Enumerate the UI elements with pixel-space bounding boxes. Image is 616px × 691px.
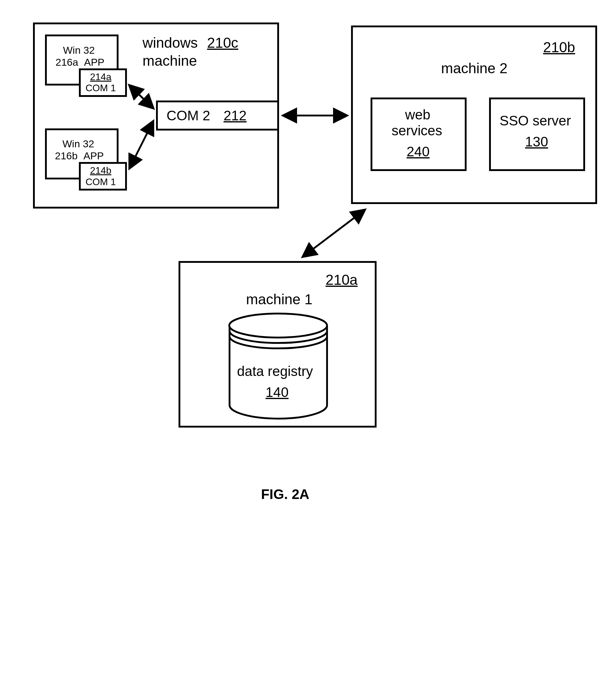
web-services-ref: 240 bbox=[406, 143, 430, 160]
com1-a-ref: 214a bbox=[90, 71, 111, 83]
com2-ref: 212 bbox=[223, 107, 247, 124]
com1-b-label: COM 1 bbox=[86, 176, 116, 187]
data-registry-label: data registry bbox=[237, 363, 313, 379]
com1-a-label: COM 1 bbox=[86, 83, 116, 94]
sso-server-label: SSO server bbox=[500, 113, 571, 129]
windows-machine-title-2: machine bbox=[142, 52, 197, 69]
machine2-ref: 210b bbox=[543, 39, 575, 55]
win32-app-b-line1: Win 32 bbox=[62, 138, 94, 150]
windows-machine-title-1: windows bbox=[142, 35, 198, 51]
com2-label: COM 2 bbox=[167, 107, 210, 124]
win32-app-a-line1: Win 32 bbox=[63, 44, 95, 56]
figure-caption: FIG. 2A bbox=[261, 486, 309, 502]
machine1-title: machine 1 bbox=[246, 291, 312, 308]
web-services-label1: web bbox=[405, 107, 430, 123]
win32-app-a-ref: 216a bbox=[56, 57, 78, 68]
sso-server-ref: 130 bbox=[525, 134, 548, 150]
win32-app-b-app: APP bbox=[83, 150, 104, 162]
data-registry-ref: 140 bbox=[266, 384, 289, 400]
arrow-machine2-machine1 bbox=[303, 210, 365, 257]
com1-b-ref: 214b bbox=[90, 165, 111, 176]
win32-app-b-ref: 216b bbox=[55, 150, 78, 162]
machine1-ref: 210a bbox=[326, 271, 358, 288]
win32-app-a-app: APP bbox=[84, 57, 105, 68]
web-services-label2: services bbox=[392, 122, 442, 139]
windows-machine-ref: 210c bbox=[207, 35, 238, 51]
diagram-canvas: windows machine 210c Win 32 216a APP 214… bbox=[0, 0, 616, 691]
machine2-title: machine 2 bbox=[441, 60, 507, 76]
